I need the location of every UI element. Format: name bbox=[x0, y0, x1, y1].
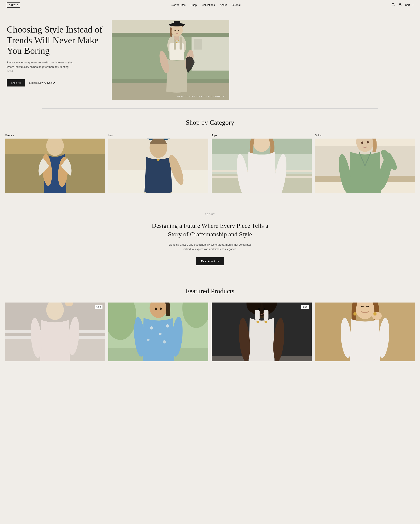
products-grid: Sale bbox=[5, 303, 415, 361]
nav-about[interactable]: About bbox=[220, 4, 227, 7]
hero-svg bbox=[112, 20, 229, 100]
svg-point-60 bbox=[367, 141, 369, 143]
product-image-4 bbox=[315, 303, 415, 361]
about-label: ABOUT bbox=[5, 213, 415, 216]
product-image-3 bbox=[212, 303, 312, 361]
nav-shop[interactable]: Shop bbox=[191, 4, 197, 7]
product-item-1[interactable]: Sale bbox=[5, 303, 105, 361]
hero-image: NEW COLLECTION · SIMPLE COMFORT bbox=[112, 20, 229, 100]
sale-badge-1: Sale bbox=[95, 305, 103, 309]
svg-rect-9 bbox=[194, 39, 202, 50]
hero-heading: Choosing Style Instead of Trends Will Ne… bbox=[7, 24, 103, 56]
category-tops-image bbox=[212, 139, 312, 193]
featured-section: Featured Products bbox=[0, 277, 420, 370]
shop-category-section: Shop by Category Overalls bbox=[0, 109, 420, 201]
svg-point-87 bbox=[155, 307, 157, 310]
about-subtext: Blending artistry and sustainability, we… bbox=[166, 243, 254, 252]
search-icon[interactable] bbox=[392, 3, 395, 7]
cart-label[interactable]: Cart : 0 bbox=[405, 4, 413, 7]
svg-point-81 bbox=[159, 332, 161, 335]
nav-icons: Cart : 0 bbox=[392, 3, 413, 7]
category-hats[interactable]: Hats bbox=[108, 134, 208, 193]
svg-point-104 bbox=[258, 308, 260, 310]
hero-overlay-text: NEW COLLECTION · SIMPLE COMFORT bbox=[177, 95, 226, 97]
nav-links: Starter Sites Shop Collections About Jou… bbox=[171, 4, 241, 7]
hero-section: Choosing Style Instead of Trends Will Ne… bbox=[0, 10, 420, 108]
category-grid: Overalls bbox=[5, 134, 415, 193]
account-icon[interactable] bbox=[398, 3, 402, 7]
svg-rect-79 bbox=[154, 303, 163, 310]
category-shirts[interactable]: Shirts bbox=[315, 134, 415, 193]
sale-badge-3: Sale bbox=[301, 305, 309, 309]
nav-starter-sites[interactable]: Starter Sites bbox=[171, 4, 186, 7]
featured-title: Featured Products bbox=[5, 287, 415, 295]
hero-subtext: Embrace your unique essence with our tim… bbox=[7, 61, 74, 73]
svg-point-116 bbox=[373, 312, 376, 315]
svg-rect-99 bbox=[264, 310, 269, 320]
category-hats-label: Hats bbox=[108, 134, 208, 137]
product-item-4[interactable] bbox=[315, 303, 415, 361]
svg-point-59 bbox=[361, 141, 363, 144]
svg-point-21 bbox=[175, 30, 176, 31]
shop-category-title: Shop by Category bbox=[5, 119, 415, 126]
product-item-3[interactable]: Sale bbox=[212, 303, 312, 361]
category-overalls-label: Overalls bbox=[5, 134, 105, 137]
hero-buttons: Shop All Explore New Arrivals ↗ bbox=[7, 79, 103, 87]
svg-point-40 bbox=[157, 159, 159, 161]
category-shirts-image bbox=[315, 139, 415, 193]
nav-logo[interactable]: nordic bbox=[7, 2, 20, 8]
svg-point-88 bbox=[160, 307, 162, 310]
svg-rect-28 bbox=[50, 139, 60, 148]
about-heading: Designing a Future Where Every Piece Tel… bbox=[149, 221, 271, 238]
svg-point-102 bbox=[256, 321, 259, 323]
svg-point-20 bbox=[176, 42, 177, 43]
about-section: ABOUT Designing a Future Where Every Pie… bbox=[0, 201, 420, 277]
svg-rect-111 bbox=[360, 303, 370, 311]
svg-rect-47 bbox=[257, 139, 266, 144]
svg-point-103 bbox=[264, 321, 267, 323]
svg-rect-13 bbox=[180, 37, 182, 50]
svg-rect-98 bbox=[255, 310, 260, 320]
svg-point-105 bbox=[263, 308, 266, 310]
svg-point-80 bbox=[150, 326, 153, 329]
hero-text: Choosing Style Instead of Trends Will Ne… bbox=[7, 20, 103, 87]
svg-point-83 bbox=[147, 339, 149, 341]
svg-point-22 bbox=[178, 30, 179, 31]
nav-collections[interactable]: Collections bbox=[202, 4, 215, 7]
product-item-2[interactable] bbox=[108, 303, 208, 361]
category-shirts-label: Shirts bbox=[315, 134, 415, 137]
svg-point-115 bbox=[353, 312, 357, 315]
svg-rect-19 bbox=[174, 21, 180, 26]
product-image-2 bbox=[108, 303, 208, 361]
category-overalls-image bbox=[5, 139, 105, 193]
hero-photo: NEW COLLECTION · SIMPLE COMFORT bbox=[112, 20, 229, 100]
read-about-us-button[interactable]: Read About Us bbox=[196, 257, 224, 265]
category-tops[interactable]: Tops bbox=[212, 134, 312, 193]
product-image-1 bbox=[5, 303, 105, 361]
svg-point-84 bbox=[163, 340, 166, 343]
svg-point-82 bbox=[166, 324, 169, 327]
category-hats-image bbox=[108, 139, 208, 193]
nav-journal[interactable]: Journal bbox=[232, 4, 240, 7]
explore-arrivals-link[interactable]: Explore New Arrivals ↗ bbox=[29, 81, 55, 84]
category-tops-label: Tops bbox=[212, 134, 312, 137]
svg-point-0 bbox=[392, 3, 394, 5]
shop-all-button[interactable]: Shop All bbox=[7, 79, 25, 87]
svg-rect-67 bbox=[50, 303, 60, 312]
category-overalls[interactable]: Overalls bbox=[5, 134, 105, 193]
navbar: nordic Starter Sites Shop Collections Ab… bbox=[0, 0, 420, 10]
svg-line-1 bbox=[394, 5, 394, 6]
